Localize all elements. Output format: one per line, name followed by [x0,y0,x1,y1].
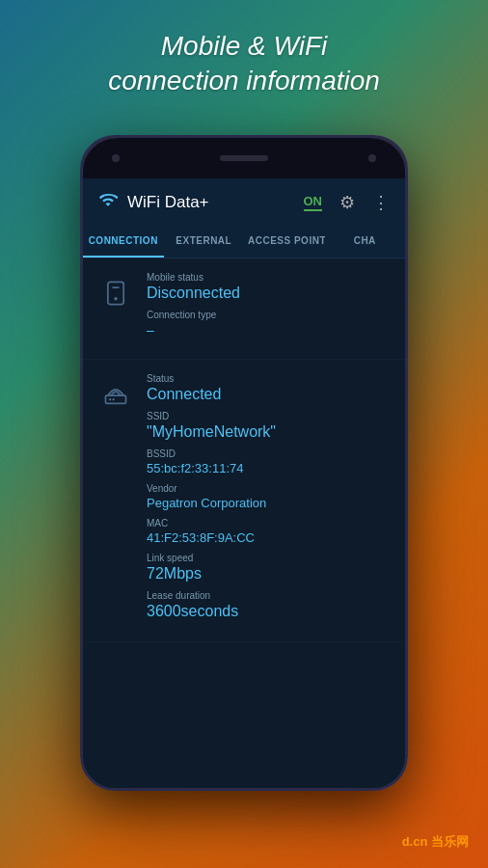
mobile-icon [98,276,133,311]
connection-type-value: – [147,322,390,338]
wifi-section: Status Connected SSID "MyHomeNetwork" BS… [83,360,405,642]
mobile-details: Mobile status Disconnected Connection ty… [147,272,390,345]
ssid-label: SSID [147,411,390,421]
ssid-group: SSID "MyHomeNetwork" [147,411,390,441]
tab-bar: CONNECTION EXTERNAL ACCESS POINTS CHA [83,226,405,258]
watermark: d.cn 当乐网 [402,833,469,851]
vendor-label: Vendor [147,483,390,494]
status-group: Status Connected [147,373,390,403]
connection-type-label: Connection type [147,310,390,320]
bssid-label: BSSID [147,448,390,459]
mac-label: MAC [147,518,390,529]
link-speed-group: Link speed 72Mbps [147,553,390,583]
app-bar: WiFi Data+ ON ⚙ ⋮ [83,178,405,226]
header-line2: connection information [0,64,488,98]
wifi-icon [98,190,118,214]
settings-icon[interactable]: ⚙ [339,192,355,213]
tab-external[interactable]: EXTERNAL [164,226,245,258]
sensor-dot [368,154,376,162]
tab-connection[interactable]: CONNECTION [83,226,164,258]
header-text: Mobile & WiFi connection information [0,29,488,99]
lease-duration-group: Lease duration 3600seconds [147,590,390,620]
connection-type-group: Connection type – [147,310,390,338]
bssid-group: BSSID 55:bc:f2:33:11:74 [147,448,390,475]
svg-point-2 [114,297,118,301]
mobile-status-group: Mobile status Disconnected [147,272,390,302]
svg-rect-3 [106,395,126,403]
mobile-status-label: Mobile status [147,272,390,283]
status-value: Connected [147,386,390,403]
router-icon [98,377,133,412]
content-area: Mobile status Disconnected Connection ty… [83,258,405,781]
vendor-group: Vendor Pegatron Corporation [147,483,390,510]
phone-mockup: WiFi Data+ ON ⚙ ⋮ CONNECTION EXTERNAL AC… [80,135,408,791]
lease-duration-value: 3600seconds [147,603,390,620]
header-line1: Mobile & WiFi [0,29,488,64]
mobile-section: Mobile status Disconnected Connection ty… [83,258,405,360]
tab-cha[interactable]: CHA [325,226,406,258]
watermark-suffix: 当乐网 [431,834,469,849]
status-label: Status [147,373,390,384]
phone-notch [83,138,405,178]
more-icon[interactable]: ⋮ [372,192,390,213]
watermark-text: d.cn [402,834,428,849]
bssid-value: 55:bc:f2:33:11:74 [147,461,390,475]
mac-value: 41:F2:53:8F:9A:CC [147,530,390,545]
speaker-grill [220,155,268,161]
link-speed-label: Link speed [147,553,390,563]
link-speed-value: 72Mbps [147,565,390,583]
camera-dot [112,154,120,162]
app-title: WiFi Data+ [127,193,294,212]
svg-rect-0 [108,282,123,304]
ssid-value: "MyHomeNetwork" [147,423,390,441]
vendor-value: Pegatron Corporation [147,496,390,510]
mobile-status-value: Disconnected [147,285,390,302]
tab-access-points[interactable]: ACCESS POINTS [244,226,325,258]
wifi-details: Status Connected SSID "MyHomeNetwork" BS… [147,373,390,628]
lease-duration-label: Lease duration [147,590,390,601]
mac-group: MAC 41:F2:53:8F:9A:CC [147,518,390,545]
on-badge[interactable]: ON [304,194,323,211]
app-content: WiFi Data+ ON ⚙ ⋮ CONNECTION EXTERNAL AC… [83,178,405,788]
phone-shell: WiFi Data+ ON ⚙ ⋮ CONNECTION EXTERNAL AC… [80,135,408,791]
